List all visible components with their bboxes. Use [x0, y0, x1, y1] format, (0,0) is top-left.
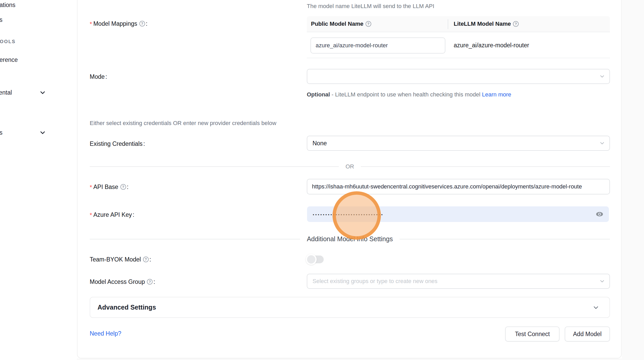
add-model-button[interactable]: Add Model [565, 326, 610, 342]
public-model-name-input[interactable] [310, 37, 445, 54]
help-question-icon[interactable]: ? [120, 184, 126, 190]
click-indicator [333, 191, 381, 240]
litellm-model-name-header: LiteLLM Model Name ? [448, 21, 519, 27]
team-byok-label: Team-BYOK Model ? : [90, 255, 151, 264]
add-model-page: ations s TOOLS erence ental s The model … [0, 0, 644, 360]
divider-line [90, 166, 339, 167]
divider-line [361, 166, 610, 167]
model-mappings-label: * Model Mappings ? : [90, 19, 147, 28]
required-asterisk: * [90, 20, 92, 29]
table-row: azure_ai/azure-model-router [307, 32, 610, 58]
advanced-settings-title: Advanced Settings [97, 304, 156, 311]
or-divider: OR [90, 163, 610, 170]
credentials-hint: Either select existing credentials OR en… [90, 119, 276, 127]
header-divider [448, 19, 448, 29]
existing-credentials-select[interactable]: None [307, 136, 610, 151]
learn-more-link[interactable]: Learn more [482, 91, 511, 98]
litellm-model-name-value: azure_ai/azure-model-router [454, 32, 529, 58]
model-access-group-label: Model Access Group ? : [90, 277, 155, 286]
need-help-link[interactable]: Need Help? [90, 329, 121, 338]
model-name-hint: The model name LiteLLM will send to the … [307, 2, 434, 10]
mode-help-text: Optional - LiteLLM endpoint to use when … [307, 89, 520, 100]
model-access-group-select[interactable]: Select existing groups or type to create… [307, 274, 610, 289]
sidebar-item-inference[interactable]: erence [0, 55, 18, 64]
divider-line [400, 239, 610, 239]
chevron-down-icon [600, 141, 605, 146]
mode-label: Mode: [90, 72, 107, 81]
api-base-label: * API Base ? : [90, 182, 128, 191]
chevron-down-icon [600, 74, 605, 79]
test-connect-button[interactable]: Test Connect [505, 326, 560, 342]
existing-credentials-label: Existing Credentials: [90, 139, 145, 148]
table-header-row: Public Model Name ? LiteLLM Model Name ? [307, 16, 610, 32]
sidebar-item-settings[interactable]: s [0, 128, 3, 137]
team-byok-toggle[interactable] [307, 256, 324, 263]
sidebar-item-experimental[interactable]: ental [0, 88, 12, 97]
select-placeholder: Select existing groups or type to create… [313, 278, 438, 285]
help-question-icon[interactable]: ? [143, 257, 149, 262]
help-question-icon[interactable]: ? [139, 21, 145, 27]
toggle-knob [306, 254, 317, 265]
advanced-settings-panel[interactable]: Advanced Settings [90, 297, 610, 318]
required-asterisk: * [90, 211, 92, 220]
page-background-right [622, 0, 644, 360]
mode-select[interactable] [307, 69, 610, 84]
help-question-icon[interactable]: ? [147, 279, 153, 285]
chevron-down-icon [40, 129, 46, 136]
page-background-bottom [77, 358, 644, 360]
help-question-icon[interactable]: ? [366, 21, 371, 27]
eye-icon[interactable] [595, 211, 604, 217]
public-model-name-header: Public Model Name ? [307, 21, 448, 27]
sidebar-item-organizations[interactable]: ations [0, 1, 15, 9]
chevron-down-icon [600, 279, 605, 284]
sidebar-item-1[interactable]: s [0, 15, 3, 24]
model-mappings-table: Public Model Name ? LiteLLM Model Name ?… [307, 16, 610, 58]
divider-line [90, 239, 300, 239]
sidebar-section-tools: TOOLS [0, 39, 16, 44]
help-question-icon[interactable]: ? [513, 21, 519, 27]
chevron-down-icon [593, 304, 599, 311]
azure-api-key-label: * Azure API Key : [90, 210, 134, 219]
required-asterisk: * [90, 183, 92, 192]
chevron-down-icon [40, 89, 46, 96]
